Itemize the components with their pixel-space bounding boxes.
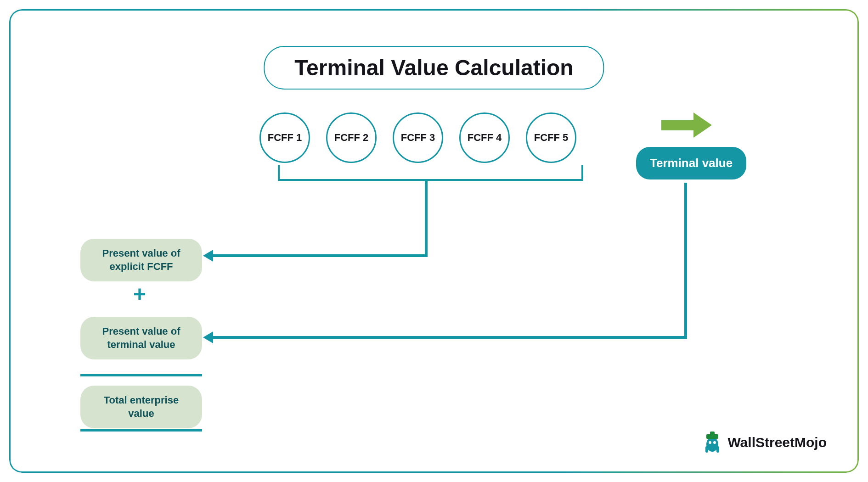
diagram-canvas: Terminal Value Calculation FCFF 1 FCFF 2…	[9, 9, 859, 473]
bracket-left-tick	[278, 165, 280, 181]
svg-marker-1	[693, 112, 712, 138]
bracket-right-tick	[581, 165, 583, 181]
fcff-node-1: FCFF 1	[259, 112, 310, 163]
box-pv-terminal-value: Present value of terminal value	[80, 317, 202, 359]
arrowhead-left-icon	[203, 331, 213, 343]
svg-point-6	[713, 441, 716, 444]
plus-icon: +	[133, 283, 146, 305]
fcff-node-3: FCFF 3	[393, 112, 443, 163]
fcff-node-4: FCFF 4	[459, 112, 510, 163]
fcff-node-5: FCFF 5	[526, 112, 576, 163]
box-pv-explicit-fcff: Present value of explicit FCFF	[80, 239, 202, 281]
brand-logo: WallStreetMojo	[702, 431, 827, 454]
connector-arm-tv	[211, 336, 687, 339]
divider-line	[80, 429, 202, 432]
fcff-row: FCFF 1 FCFF 2 FCFF 3 FCFF 4 FCFF 5	[259, 112, 576, 163]
connector-stem-tv	[684, 183, 687, 339]
mojo-mascot-icon	[702, 431, 723, 454]
connector-stem-fcff	[425, 179, 428, 257]
svg-rect-4	[710, 432, 715, 436]
brand-logo-text: WallStreetMojo	[727, 435, 827, 450]
fcff-node-2: FCFF 2	[326, 112, 377, 163]
diagram-title: Terminal Value Calculation	[264, 46, 604, 90]
svg-point-5	[709, 441, 711, 444]
arrowhead-left-icon	[203, 250, 213, 262]
svg-rect-0	[661, 120, 693, 130]
terminal-value-node: Terminal value	[636, 147, 746, 179]
diagram-frame: Terminal Value Calculation FCFF 1 FCFF 2…	[9, 9, 859, 473]
bracket-horizontal	[278, 179, 583, 181]
svg-rect-7	[705, 446, 708, 453]
arrow-right-icon	[661, 112, 712, 140]
divider-line	[80, 374, 202, 376]
connector-arm-fcff	[211, 254, 428, 257]
box-total-enterprise-value: Total enterprise value	[80, 386, 202, 428]
svg-rect-8	[716, 446, 719, 453]
